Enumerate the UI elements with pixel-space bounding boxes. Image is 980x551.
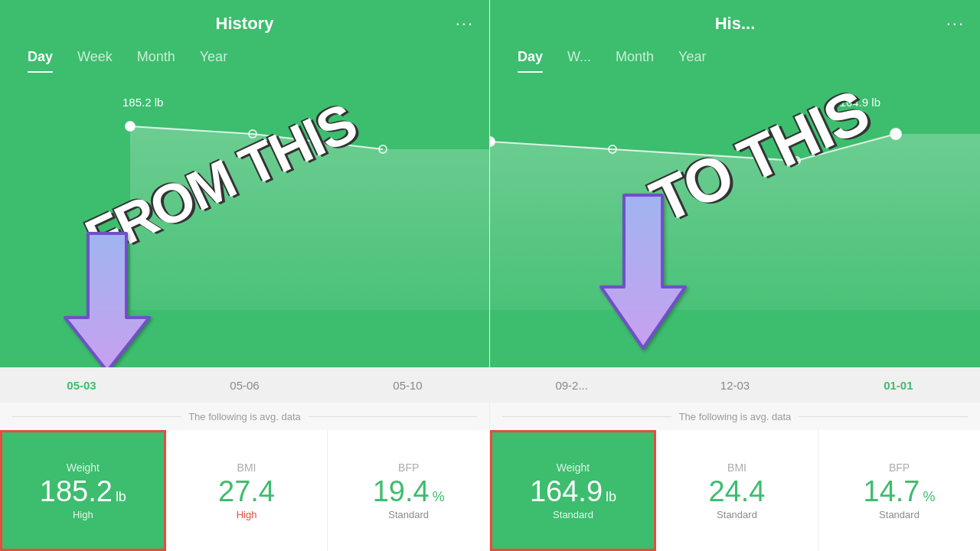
right-bfp-unit: % — [923, 489, 935, 505]
left-bfp-value: 19.4 — [373, 477, 430, 506]
left-bfp-label: BFP — [398, 461, 419, 474]
right-avg-text: The following is avg. data — [679, 411, 792, 422]
left-weight-label-stat: Weight — [67, 461, 100, 474]
right-stat-weight: Weight 164.9 lb Standard — [490, 430, 656, 551]
right-bfp-value: 14.7 — [864, 477, 920, 506]
right-avg-line-right — [799, 416, 968, 417]
left-avg-line-left — [12, 416, 181, 417]
right-chart-svg — [490, 73, 980, 310]
left-date-axis: 05-03 05-06 05-10 — [0, 367, 489, 403]
svg-point-9 — [890, 129, 901, 139]
left-tab-week[interactable]: Week — [65, 44, 125, 73]
right-more-button[interactable]: ··· — [946, 14, 965, 34]
left-stat-bfp: BFP 19.4 % Standard — [328, 430, 489, 551]
right-tab-year[interactable]: Year — [666, 44, 718, 73]
svg-marker-0 — [130, 126, 489, 310]
right-weight-unit: lb — [606, 489, 616, 505]
left-date-1: 05-03 — [0, 379, 163, 392]
right-weight-label: 164.9 lb — [840, 96, 880, 109]
right-bfp-label: BFP — [889, 461, 910, 474]
right-weight-label-stat: Weight — [557, 461, 590, 474]
left-tab-day[interactable]: Day — [15, 44, 65, 73]
left-tab-year[interactable]: Year — [188, 44, 240, 73]
left-stats-row: Weight 185.2 lb High BMI 27.4 High BFP 1… — [0, 430, 489, 551]
left-stat-weight: Weight 185.2 lb High — [0, 430, 166, 551]
left-weight-unit: lb — [116, 489, 126, 505]
left-more-button[interactable]: ··· — [456, 14, 474, 34]
left-tabs: Day Week Month Year — [0, 40, 489, 73]
svg-point-1 — [126, 122, 135, 131]
left-weight-value: 185.2 — [40, 477, 113, 506]
right-panel: His... ··· Day W... Month Year 164.9 lb — [490, 0, 980, 551]
right-date-1: 09-2... — [490, 379, 653, 392]
right-tab-day[interactable]: Day — [505, 44, 555, 73]
right-weight-status: Standard — [553, 509, 593, 520]
left-chart-area: History ··· Day Week Month Year 185.2 lb — [0, 0, 489, 367]
left-panel: History ··· Day Week Month Year 185.2 lb — [0, 0, 490, 551]
right-tab-month[interactable]: Month — [603, 44, 666, 73]
right-title: His... — [715, 14, 756, 34]
right-chart-area: His... ··· Day W... Month Year 164.9 lb — [490, 0, 980, 367]
svg-point-6 — [490, 137, 495, 146]
right-date-2: 12-03 — [653, 379, 816, 392]
right-tabs: Day W... Month Year — [490, 40, 980, 73]
right-chart-svg-container: 164.9 lb TO THIS — [490, 73, 980, 313]
right-avg-line-left — [502, 416, 671, 417]
right-bmi-value: 24.4 — [709, 477, 766, 506]
left-bfp-unit: % — [433, 489, 445, 505]
left-title: History — [216, 14, 274, 34]
left-weight-status: High — [73, 509, 93, 520]
right-bmi-label: BMI — [727, 461, 746, 474]
left-avg-section: The following is avg. data — [0, 403, 489, 430]
svg-point-8 — [792, 157, 800, 165]
left-bmi-status: High — [237, 509, 257, 520]
right-bfp-status: Standard — [879, 509, 920, 520]
left-date-2: 05-06 — [163, 379, 326, 392]
right-stat-bfp: BFP 14.7 % Standard — [818, 430, 980, 551]
right-bmi-status: Standard — [717, 509, 757, 520]
left-bmi-value: 27.4 — [218, 477, 275, 506]
right-date-axis: 09-2... 12-03 01-01 — [490, 367, 980, 403]
left-chart-svg-container: 185.2 lb FROM THIS — [0, 73, 489, 313]
right-avg-section: The following is avg. data — [490, 403, 980, 430]
left-header: History ··· — [0, 0, 489, 40]
left-chart-svg — [0, 73, 489, 310]
right-header: His... ··· — [490, 0, 980, 40]
right-weight-value: 164.9 — [530, 477, 603, 506]
left-avg-text: The following is avg. data — [188, 411, 301, 422]
right-stats-row: Weight 164.9 lb Standard BMI 24.4 Standa… — [490, 430, 980, 551]
right-date-3: 01-01 — [817, 379, 980, 392]
left-bmi-label: BMI — [237, 461, 256, 474]
left-date-3: 05-10 — [326, 379, 489, 392]
left-bfp-status: Standard — [388, 509, 429, 520]
left-stat-bmi: BMI 27.4 High — [166, 430, 328, 551]
right-tab-week[interactable]: W... — [555, 44, 603, 73]
left-weight-label: 185.2 lb — [122, 96, 163, 109]
left-tab-month[interactable]: Month — [125, 44, 188, 73]
svg-marker-5 — [490, 134, 980, 310]
right-stat-bmi: BMI 24.4 Standard — [656, 430, 818, 551]
left-avg-line-right — [309, 416, 477, 417]
